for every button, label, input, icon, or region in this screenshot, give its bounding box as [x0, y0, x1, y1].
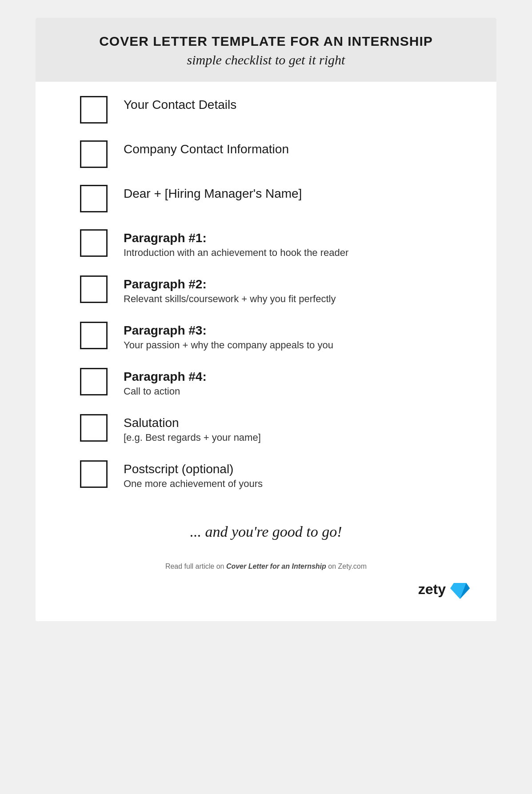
note-link: Cover Letter for an Internship [226, 563, 326, 570]
item-title-paragraph-1: Paragraph #1: [124, 231, 461, 245]
checkbox-contact-details[interactable] [80, 96, 108, 124]
header: COVER LETTER TEMPLATE FOR AN INTERNSHIP … [36, 18, 496, 82]
item-subtitle-postscript: One more achievement of yours [124, 478, 461, 490]
item-subtitle-salutation-close: [e.g. Best regards + your name] [124, 432, 461, 443]
closing-text: ... and you're good to go! [36, 523, 496, 540]
checkbox-paragraph-1[interactable] [80, 229, 108, 257]
checklist-item-salutation-open: Dear + [Hiring Manager's Name] [80, 184, 461, 212]
bottom-note: Read full article on Cover Letter for an… [36, 563, 496, 571]
brand-icon [450, 579, 470, 599]
brand-name: zety [418, 581, 446, 598]
item-subtitle-paragraph-3: Your passion + why the company appeals t… [124, 339, 461, 351]
item-content-paragraph-4: Paragraph #4:Call to action [124, 367, 461, 397]
item-content-contact-details: Your Contact Details [124, 95, 461, 112]
checkbox-paragraph-4[interactable] [80, 368, 108, 395]
checklist-item-paragraph-3: Paragraph #3:Your passion + why the comp… [80, 321, 461, 351]
checklist-item-company-contact: Company Contact Information [80, 140, 461, 168]
checklist-item-postscript: Postscript (optional)One more achievemen… [80, 459, 461, 490]
item-content-salutation-close: Salutation[e.g. Best regards + your name… [124, 413, 461, 443]
item-title-paragraph-3: Paragraph #3: [124, 323, 461, 338]
checkbox-paragraph-2[interactable] [80, 275, 108, 303]
item-title-paragraph-4: Paragraph #4: [124, 370, 461, 384]
header-subtitle: simple checklist to get it right [53, 52, 479, 68]
item-subtitle-paragraph-1: Introduction with an achievement to hook… [124, 247, 461, 259]
item-title-paragraph-2: Paragraph #2: [124, 277, 461, 291]
checklist: Your Contact DetailsCompany Contact Info… [36, 82, 496, 515]
checkbox-paragraph-3[interactable] [80, 322, 108, 349]
checklist-item-paragraph-1: Paragraph #1:Introduction with an achiev… [80, 228, 461, 259]
checkbox-postscript[interactable] [80, 460, 108, 488]
item-title-salutation-open: Dear + [Hiring Manager's Name] [124, 187, 461, 201]
item-subtitle-paragraph-4: Call to action [124, 386, 461, 397]
card: COVER LETTER TEMPLATE FOR AN INTERNSHIP … [36, 18, 496, 621]
item-content-paragraph-1: Paragraph #1:Introduction with an achiev… [124, 228, 461, 259]
item-content-company-contact: Company Contact Information [124, 140, 461, 156]
checklist-item-salutation-close: Salutation[e.g. Best regards + your name… [80, 413, 461, 443]
item-content-paragraph-2: Paragraph #2:Relevant skills/coursework … [124, 275, 461, 305]
checkbox-company-contact[interactable] [80, 140, 108, 168]
item-title-contact-details: Your Contact Details [124, 98, 461, 112]
checklist-item-paragraph-2: Paragraph #2:Relevant skills/coursework … [80, 275, 461, 305]
item-title-postscript: Postscript (optional) [124, 462, 461, 476]
item-subtitle-paragraph-2: Relevant skills/coursework + why you fit… [124, 293, 461, 305]
checklist-item-paragraph-4: Paragraph #4:Call to action [80, 367, 461, 397]
header-title: COVER LETTER TEMPLATE FOR AN INTERNSHIP [53, 34, 479, 49]
checkbox-salutation-close[interactable] [80, 414, 108, 442]
item-title-company-contact: Company Contact Information [124, 142, 461, 156]
item-title-salutation-close: Salutation [124, 416, 461, 430]
note-prefix: Read full article on [165, 563, 226, 570]
item-content-postscript: Postscript (optional)One more achievemen… [124, 459, 461, 490]
item-content-salutation-open: Dear + [Hiring Manager's Name] [124, 184, 461, 201]
brand: zety [36, 579, 496, 599]
item-content-paragraph-3: Paragraph #3:Your passion + why the comp… [124, 321, 461, 351]
checkbox-salutation-open[interactable] [80, 185, 108, 212]
note-suffix: on Zety.com [326, 563, 367, 570]
checklist-item-contact-details: Your Contact Details [80, 95, 461, 124]
